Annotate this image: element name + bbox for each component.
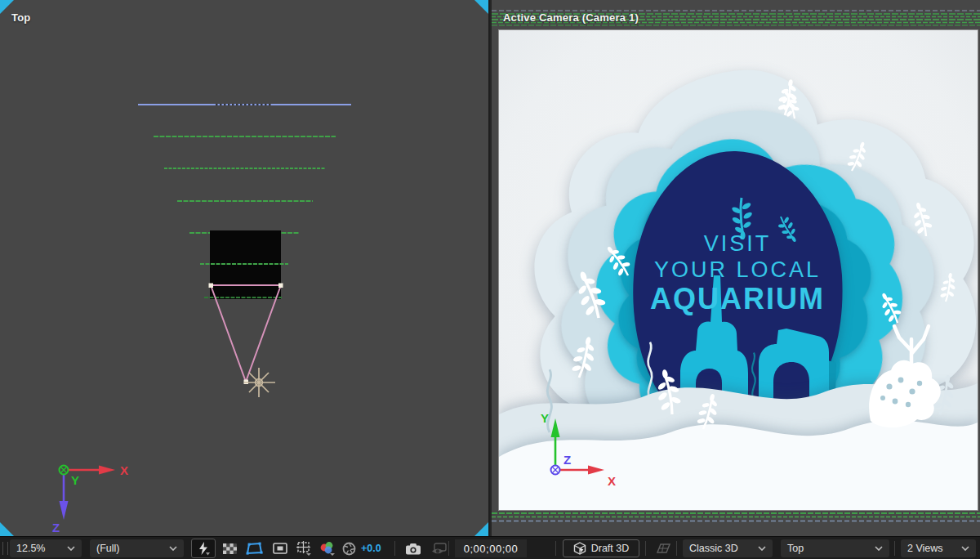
view-layout-value: 2 Views [907,543,943,554]
chevron-down-icon [169,546,177,551]
fast-previews-mode-label: Draft 3D [591,543,630,554]
chevron-down-icon [67,546,75,551]
mask-visibility-button[interactable] [242,539,266,557]
take-snapshot-button[interactable] [402,539,425,557]
corner-marker-bottom-right [474,522,488,536]
transparency-grid-button[interactable] [219,539,240,557]
renderer-dropdown[interactable]: Classic 3D [683,539,773,557]
timecode-value: 0;00;00;00 [464,543,518,555]
chevron-down-icon [875,546,883,551]
channels-button[interactable] [317,539,338,557]
axis-z-label: Z [52,521,60,534]
checkerboard-icon [223,543,237,554]
toolbar-separator [448,541,449,556]
poster-line-2: YOUR LOCAL [654,257,821,282]
composition-canvas[interactable]: VISIT YOUR LOCAL AQUARIUM [498,29,978,511]
chevron-down-icon [758,546,766,551]
after-effects-composition-panel: Top [0,0,980,559]
z-axis-arrow [60,501,69,520]
toolbar-separator [645,541,646,556]
toolbar-separator [555,541,556,556]
chevron-down-icon [961,546,969,551]
resolution-value: (Full) [96,543,119,554]
3d-view-value: Top [787,543,804,554]
grid-guides-icon [296,541,312,556]
magnification-dropdown[interactable]: 12.5% [10,539,82,557]
axis-y-label: Y [71,473,79,487]
viewport-top-view[interactable]: Top [0,0,488,536]
eye-icon [431,543,448,555]
camera-icon [405,543,421,555]
exposure-value[interactable]: +0.0 [361,539,390,557]
toolbar-separator [394,541,395,556]
fast-previews-mode-button[interactable]: Draft 3D [563,539,639,557]
magnification-value: 12.5% [16,543,45,554]
toolbar-separator [676,541,677,556]
frustum-handle[interactable] [278,284,283,288]
timecode-field[interactable]: 0;00;00;00 [455,539,527,557]
ground-plane-button[interactable] [652,539,673,557]
layer-wireframes [138,105,351,233]
region-of-interest-icon [273,543,287,554]
rgb-circles-icon [319,541,336,556]
mask-outline-icon [245,541,263,556]
composition-toolbar: 12.5% (Full) [0,536,980,559]
frustum-handle[interactable] [209,284,214,288]
fast-previews-button[interactable] [191,539,216,558]
cube-lightning-icon [573,542,586,555]
show-snapshot-button[interactable] [428,539,451,557]
3d-view-dropdown[interactable]: Top [781,539,889,557]
ground-plane-icon [654,543,670,554]
view-label-top: Top [11,11,30,24]
axis-gizmo-top-view: X Z Y [52,463,128,534]
top-view-wireframe-canvas[interactable]: X Z Y [0,0,488,536]
viewport-active-camera[interactable]: Active Camera (Camera 1) [490,0,980,536]
aquarium-poster-artwork: VISIT YOUR LOCAL AQUARIUM [499,30,978,510]
toolbar-separator [894,541,895,556]
grid-guides-button[interactable] [292,539,315,557]
renderer-value: Classic 3D [689,543,738,554]
axis-x-label: X [120,463,128,477]
poster-line-3: AQUARIUM [650,282,825,315]
x-axis-arrow [99,466,115,475]
corner-marker-top-right [474,0,488,14]
panel-grip[interactable] [2,542,8,555]
edge-wireframes-bottom [492,510,980,526]
lightning-icon [196,541,211,556]
poster-line-1: VISIT [704,231,772,256]
resolution-dropdown[interactable]: (Full) [90,539,184,557]
view-layout-dropdown[interactable]: 2 Views [901,539,976,557]
aperture-icon [342,542,356,556]
corner-marker-bottom-left [0,522,14,536]
reset-exposure-button[interactable] [340,539,358,557]
region-of-interest-button[interactable] [270,539,291,557]
view-label-active-camera: Active Camera (Camera 1) [503,11,639,24]
